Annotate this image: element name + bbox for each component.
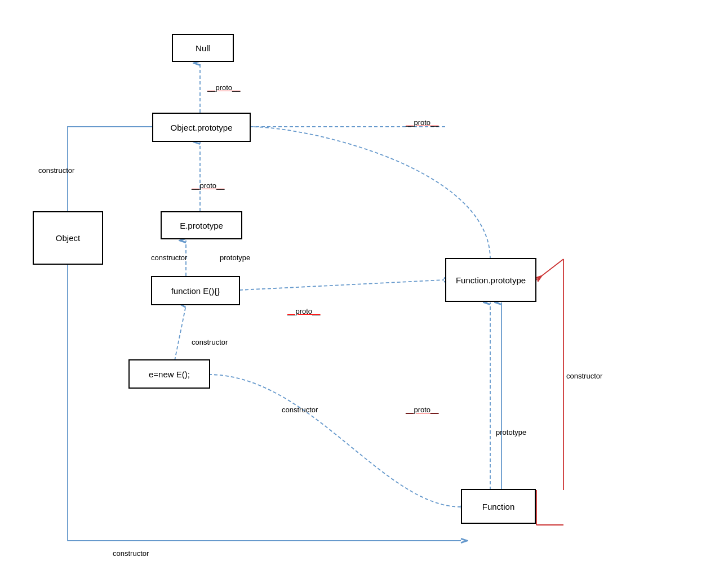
label-proto-1: __proto__	[207, 83, 241, 92]
label-constructor-3: constructor	[192, 338, 228, 346]
box-object: Object	[33, 211, 103, 265]
label-proto-5: __proto__	[406, 406, 439, 414]
svg-line-6	[175, 305, 186, 360]
diagram: Function.prototype: dashed blue arrow go…	[0, 0, 728, 579]
label-constructor-2: constructor	[151, 253, 187, 262]
label-constructor-5: constructor	[566, 372, 602, 380]
box-null: Null	[172, 34, 234, 62]
box-e-new: e=new E();	[128, 359, 210, 389]
label-constructor-6: constructor	[113, 549, 149, 558]
box-e-prototype: E.prototype	[161, 211, 242, 239]
label-proto-2: __proto__	[192, 181, 225, 190]
label-proto-3: __proto__	[406, 118, 439, 127]
box-object-prototype: Object.prototype	[152, 113, 251, 142]
box-function-prototype: Function.prototype	[445, 258, 536, 302]
label-constructor-4: constructor	[282, 406, 318, 414]
svg-line-7	[536, 259, 563, 280]
label-prototype-2: prototype	[496, 428, 526, 437]
box-function-e: function E(){}	[151, 276, 240, 305]
label-prototype-1: prototype	[220, 253, 250, 262]
svg-line-3	[239, 280, 444, 290]
box-function: Function	[461, 489, 536, 524]
label-constructor-1: constructor	[38, 166, 74, 175]
label-proto-4: __proto__	[287, 307, 321, 315]
arrows-svg: Function.prototype: dashed blue arrow go…	[0, 0, 728, 579]
